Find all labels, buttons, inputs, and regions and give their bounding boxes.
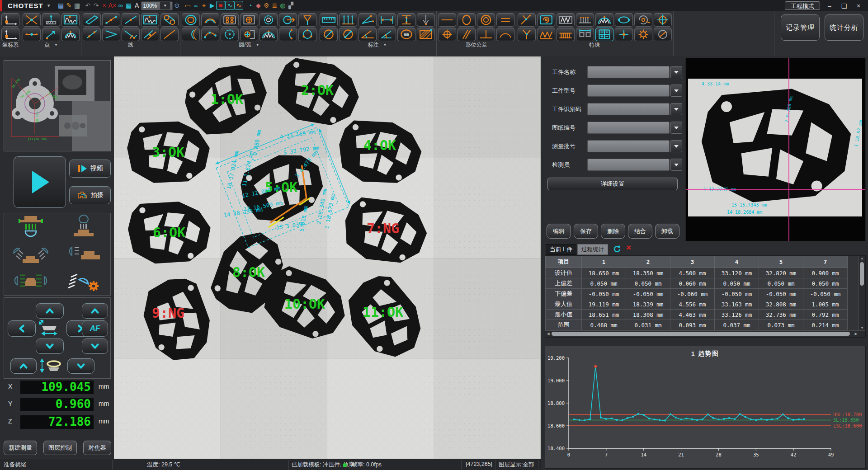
circle-arc-tool-arcc-bot5[interactable] (279, 28, 297, 41)
engineering-mode-button[interactable]: 工程模式 (785, 1, 820, 10)
circle-arc-tool-targetsq-top3[interactable] (240, 13, 258, 27)
table-row[interactable]: 设计值18.650 mm18.350 mm4.500 mm33.120 mm32… (546, 268, 848, 278)
dimension-tool-adim-top2[interactable] (359, 13, 377, 27)
delete-icon[interactable]: × (100, 1, 108, 9)
app-logo[interactable]: CHOTEST (8, 2, 43, 9)
focus-up-button[interactable] (82, 303, 108, 319)
table-row[interactable]: 下偏差-0.050 mm-0.050 mm-0.060 mm-0.050 mm-… (546, 289, 848, 299)
table-header[interactable]: 2 (626, 256, 670, 268)
line-tool-slab-top0[interactable] (83, 13, 101, 27)
ring-light-button[interactable] (4, 268, 57, 295)
z-down-button[interactable] (67, 358, 94, 374)
special-tool-coil-top1[interactable] (537, 13, 555, 27)
image-search-icon[interactable]: ⊙ (173, 1, 181, 9)
gd-tolerance-tool-eq-top3[interactable] (496, 13, 514, 27)
coaxial-light-button[interactable] (57, 213, 111, 240)
transmitted-light-button[interactable] (4, 213, 57, 240)
circle-arc-tool-gearc-top4[interactable] (259, 13, 278, 27)
zoom-dropdown-caret[interactable]: ▼ (160, 2, 170, 10)
dual-side-light-button[interactable] (4, 240, 57, 268)
table-row[interactable]: 最小值18.651 mm18.308 mm4.463 mm33.126 mm32… (546, 310, 848, 320)
waveform-icon[interactable]: ∿ (225, 1, 234, 10)
dimension-tool-varrows-top1[interactable] (339, 13, 357, 27)
coordinate-system-tool-axis-top0[interactable] (1, 13, 19, 27)
probe-icon[interactable]: ⌖ (200, 1, 208, 9)
table-row[interactable]: 最大值19.119 mm18.339 mm4.556 mm33.163 mm32… (546, 299, 848, 310)
gd-tolerance-tool-conc2-top2[interactable] (477, 13, 495, 27)
dimension-tool-wdim-top3[interactable] (378, 13, 396, 27)
measurement-table[interactable]: 项目123457设计值18.650 mm18.350 mm4.500 mm33.… (545, 255, 866, 338)
circle-arc-tool-crown-bot4[interactable] (259, 28, 278, 41)
circle-arc-tool-dotcirc-bot2[interactable] (221, 28, 239, 41)
circle-arc-tool-pin-top6[interactable] (298, 13, 316, 27)
table-header[interactable]: 7 (803, 256, 848, 268)
close-button[interactable]: × (854, 2, 863, 9)
point-tool-dome-bot2[interactable] (61, 28, 80, 41)
point-tool-cross-top0[interactable] (23, 13, 41, 27)
circle-arc-tool-carrow-top5[interactable] (279, 13, 297, 27)
run-measurement-button[interactable] (14, 156, 66, 208)
light-settings-button[interactable] (57, 268, 111, 295)
gd-tolerance-tool-ello-top1[interactable] (458, 13, 476, 27)
record-management-button[interactable]: 记录管理 (781, 14, 820, 41)
dimension-tool-vdrop-top5[interactable] (417, 13, 435, 27)
data-icon[interactable]: ≣ (270, 1, 278, 9)
gd-tolerance-tool-targx-bot0[interactable] (438, 28, 456, 41)
special-tool-ybranch-bot0[interactable] (518, 28, 536, 41)
waveform-orange-icon[interactable]: ∿ (234, 1, 243, 10)
table-horizontal-scrollbar[interactable]: ◀▶ (545, 330, 865, 337)
resize-icon[interactable]: ⇔ (192, 1, 200, 9)
undo-icon[interactable]: ↶ (84, 1, 92, 9)
drawing-number-input[interactable] (587, 122, 670, 134)
dimension-tool-cdiag-bot0[interactable] (320, 28, 338, 41)
part-icon[interactable]: ▞ (287, 1, 295, 9)
logo-menu-caret[interactable]: ▼ (47, 3, 51, 8)
delete-button[interactable]: 删除 (601, 224, 625, 239)
edit-button[interactable]: 编辑 (547, 224, 571, 239)
stage-up-button[interactable] (36, 303, 64, 319)
stage-left-button[interactable] (8, 320, 36, 337)
clear-icon[interactable]: × (626, 243, 631, 253)
stage-down-button[interactable] (36, 338, 64, 354)
tab-current-workpiece[interactable]: 当前工件 (546, 244, 576, 255)
record-icon[interactable]: ■ (216, 1, 225, 10)
table-header[interactable]: 4 (715, 256, 759, 268)
gd-tolerance-tool-dash-top0[interactable] (438, 13, 456, 27)
dimension-tool-hatch-bot5[interactable] (417, 28, 435, 41)
gd-tolerance-tool-arctop2-bot3[interactable] (496, 28, 514, 41)
table-row[interactable]: 范围0.468 mm0.031 mm0.093 mm0.037 mm0.073 … (546, 320, 848, 330)
combine-button[interactable]: 结合 (628, 224, 652, 239)
special-tool-zig-bot1[interactable] (537, 28, 555, 41)
table-vertical-scrollbar[interactable]: ▲▼ (859, 256, 865, 331)
workpiece-id-dropdown[interactable] (670, 103, 682, 115)
z-up-button[interactable] (10, 358, 37, 374)
detail-settings-button[interactable]: 详细设置 (547, 178, 678, 190)
point-tool-wavebox-top2[interactable] (61, 13, 80, 27)
inspector-dropdown[interactable] (670, 159, 682, 171)
refresh-icon[interactable] (613, 244, 622, 255)
tab-process-statistics[interactable]: 过程统计 (577, 244, 608, 255)
toolbar-group-caret-circle-arc[interactable]: ▼ (256, 43, 259, 47)
special-tool-scan-top2[interactable] (557, 13, 575, 27)
array-icon[interactable]: ▦ (125, 1, 133, 9)
workpiece-id-input[interactable] (587, 103, 670, 115)
workpiece-model-input[interactable] (587, 85, 670, 97)
statistics-analysis-button[interactable]: 统计分析 (825, 14, 863, 41)
gear-icon[interactable]: ⚙ (262, 1, 270, 9)
line-tool-dparallel-bot3[interactable] (141, 28, 159, 41)
batch-number-input[interactable] (587, 140, 670, 152)
table-header[interactable]: 3 (670, 256, 715, 268)
save-button[interactable]: 保存 (574, 224, 598, 239)
toolbar-group-caret-dimension[interactable]: ▼ (383, 43, 387, 47)
camera-view[interactable]: 1:OK2:OK3:OK4:OK5:OK6:OK7:NG8:OK9:NG10:O… (114, 56, 541, 459)
autofocus-button[interactable]: AF (82, 320, 108, 337)
line-tool-line2-bot4[interactable] (160, 28, 179, 41)
circle-arc-tool-arctop-top1[interactable] (201, 13, 219, 27)
line-tool-linepts2-bot0[interactable] (83, 28, 101, 41)
workpiece-model-dropdown[interactable] (670, 85, 682, 97)
focus-down-button[interactable] (82, 338, 108, 354)
special-tool-stretch-top5[interactable] (615, 13, 633, 27)
special-tool-crown-top4[interactable] (595, 13, 613, 27)
workpiece-name-input[interactable] (587, 66, 670, 78)
special-tool-spiral-top6[interactable] (634, 13, 652, 27)
